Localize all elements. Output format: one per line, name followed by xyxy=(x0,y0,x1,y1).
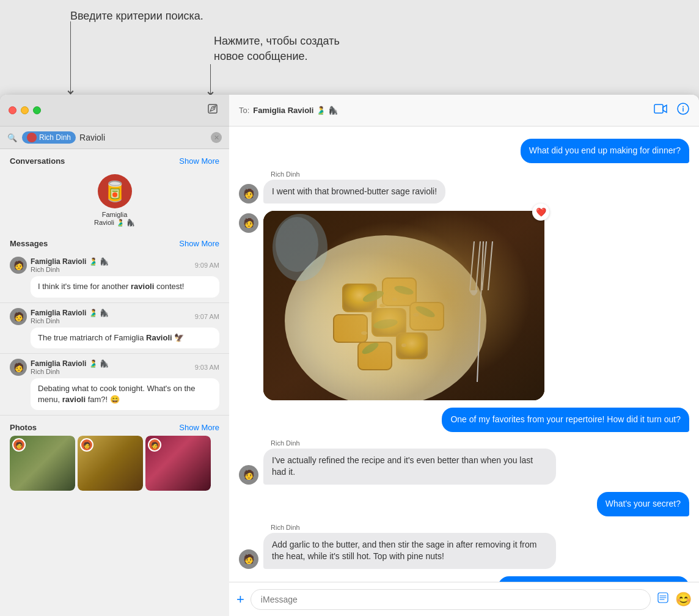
photo-1-avatar: 🧑 xyxy=(12,438,26,452)
heart-reaction[interactable]: ❤️ xyxy=(532,204,549,221)
msg-bubble-sent-3: What's your secret? xyxy=(597,492,689,516)
message-input[interactable] xyxy=(251,589,651,610)
photos-grid-container: 🧑 🧑 🧑 xyxy=(0,436,229,498)
svg-line-1 xyxy=(213,107,214,109)
sidebar: 🔍 Rich Dinh Ravioli ✕ Conversations Show… xyxy=(0,95,229,616)
svg-line-28 xyxy=(482,241,486,290)
svg-rect-14 xyxy=(397,333,427,359)
svg-rect-11 xyxy=(372,309,406,336)
message-sent-3: What's your secret? xyxy=(239,492,689,516)
pine-nuts xyxy=(361,298,419,347)
maximize-button[interactable] xyxy=(33,106,41,114)
msg-avatar-rich-1: 🧑 xyxy=(239,184,258,204)
msg-sender-label-2: Rich Dinh xyxy=(263,439,556,447)
msg-time-3: 9:03 AM xyxy=(195,364,219,371)
chat-recipient-name: Famiglia Ravioli 🫃 🦍 xyxy=(253,106,337,115)
svg-point-23 xyxy=(401,343,406,347)
photos-section-header: Photos Show More xyxy=(0,416,229,436)
chat-header-icons xyxy=(654,103,689,118)
search-clear-button[interactable]: ✕ xyxy=(211,132,222,143)
svg-point-22 xyxy=(413,313,419,317)
message-list-item[interactable]: 🧑 Famiglia Ravioli 🫃 🦍 Rich Dinh 9:03 AM… xyxy=(0,354,229,416)
close-button[interactable] xyxy=(9,106,16,114)
msg-sender-label-1: Rich Dinh xyxy=(263,170,445,178)
msg-item-header: 🧑 Famiglia Ravioli 🫃 🦍 Rich Dinh 9:03 AM xyxy=(10,359,219,376)
msg-sender-2: Rich Dinh xyxy=(31,317,191,324)
tooltip-line-2 xyxy=(210,64,211,95)
ravioli-photo xyxy=(263,211,544,400)
photo-2[interactable]: 🧑 xyxy=(78,436,143,491)
msg-bubble-3: Debating what to cook tonight. What's on… xyxy=(31,378,219,410)
svg-point-20 xyxy=(379,304,386,307)
message-image-1: 🧑 xyxy=(239,211,689,400)
messages-area: What did you end up making for dinner? 🧑… xyxy=(229,127,699,582)
conversations-show-more[interactable]: Show More xyxy=(179,156,219,166)
message-list-item[interactable]: 🧑 Famiglia Ravioli 🫃 🦍 Rich Dinh 9:07 AM… xyxy=(0,303,229,354)
svg-rect-2 xyxy=(654,105,663,113)
msg-item-header: 🧑 Famiglia Ravioli 🫃 🦍 Rich Dinh 9:09 AM xyxy=(10,257,219,274)
msg-sender-1: Rich Dinh xyxy=(31,266,191,273)
compose-tooltip: Нажмите, чтобы создатьновое сообщение. xyxy=(214,34,340,64)
photos-show-more[interactable]: Show More xyxy=(179,423,219,432)
ravioli-pieces xyxy=(334,278,444,370)
add-attachment-button[interactable]: + xyxy=(236,592,244,607)
traffic-lights xyxy=(9,106,41,114)
msg-content-sent-1: What did you end up making for dinner? xyxy=(521,139,689,163)
svg-point-4 xyxy=(683,106,684,108)
chat-panel: To: Famiglia Ravioli 🫃 🦍 xyxy=(229,95,699,616)
message-received-1: 🧑 Rich Dinh I went with that browned-but… xyxy=(239,170,689,204)
messages-section-header: Messages Show More xyxy=(0,232,229,252)
svg-point-15 xyxy=(362,288,386,304)
msg-time-1: 9:09 AM xyxy=(195,262,219,269)
chat-to-label: To: xyxy=(239,106,249,115)
photo-2-avatar: 🧑 xyxy=(80,438,93,452)
message-sent-2: One of my favorites from your repertoire… xyxy=(239,408,689,432)
msg-bubble-sent-4: Incredible. I have to try making this fo… xyxy=(498,576,689,582)
title-bar xyxy=(0,95,229,127)
msg-avatar-rich-3: 🧑 xyxy=(239,465,258,485)
msg-avatar-rich-4: 🧑 xyxy=(239,549,258,569)
minimize-button[interactable] xyxy=(21,106,29,114)
conversation-name: FamigliaRavioli 🫃 🦍 xyxy=(94,211,135,227)
audio-button[interactable] xyxy=(657,592,669,607)
search-bar[interactable]: 🔍 Rich Dinh Ravioli ✕ xyxy=(0,127,229,149)
svg-point-16 xyxy=(393,284,414,296)
svg-rect-9 xyxy=(382,278,416,306)
messages-title: Messages xyxy=(10,239,48,248)
photo-3[interactable]: 🧑 xyxy=(145,436,211,491)
info-icon[interactable] xyxy=(677,103,689,118)
svg-point-19 xyxy=(360,340,380,356)
video-call-icon[interactable] xyxy=(654,104,667,117)
conversation-famiglia[interactable]: 🥫 FamigliaRavioli 🫃 🦍 xyxy=(0,169,229,232)
search-query-text: Ravioli xyxy=(79,133,105,142)
svg-rect-10 xyxy=(334,315,367,342)
chat-header: To: Famiglia Ravioli 🫃 🦍 xyxy=(229,95,699,127)
search-tag-avatar xyxy=(27,133,37,142)
message-list-item[interactable]: 🧑 Famiglia Ravioli 🫃 🦍 Rich Dinh 9:09 AM… xyxy=(0,252,229,302)
msg-avatar-1: 🧑 xyxy=(10,257,27,274)
msg-content-sent-2: One of my favorites from your repertoire… xyxy=(442,408,689,432)
ravioli-svg xyxy=(263,211,544,400)
photo-1[interactable]: 🧑 xyxy=(10,436,75,491)
svg-point-30 xyxy=(273,214,328,281)
messages-show-more[interactable]: Show More xyxy=(179,239,219,248)
fork xyxy=(470,241,492,382)
msg-bubble-received-1: I went with that browned-butter sage rav… xyxy=(263,180,445,204)
msg-meta-2: Famiglia Ravioli 🫃 🦍 Rich Dinh xyxy=(31,309,191,324)
emoji-button[interactable]: 😊 xyxy=(675,592,692,607)
msg-bubble-received-3: Add garlic to the butter, and then stir … xyxy=(263,533,556,569)
search-tooltip: Введите критерии поиска. xyxy=(70,9,203,24)
svg-point-24 xyxy=(361,331,367,335)
message-received-3: 🧑 Rich Dinh Add garlic to the butter, an… xyxy=(239,524,689,569)
tooltip-line-1 xyxy=(70,21,71,94)
svg-line-27 xyxy=(476,241,480,290)
search-tag-name: Rich Dinh xyxy=(39,133,71,142)
msg-content-sent-3: What's your secret? xyxy=(597,492,689,516)
compose-button[interactable] xyxy=(205,101,221,120)
message-sent-1: What did you end up making for dinner? xyxy=(239,139,689,163)
msg-meta-1: Famiglia Ravioli 🫃 🦍 Rich Dinh xyxy=(31,257,191,273)
msg-group-3: Famiglia Ravioli 🫃 🦍 xyxy=(31,359,191,368)
svg-rect-13 xyxy=(358,342,392,370)
sage-leaves xyxy=(360,284,436,356)
msg-image-wrapper: ❤️ xyxy=(263,211,544,400)
